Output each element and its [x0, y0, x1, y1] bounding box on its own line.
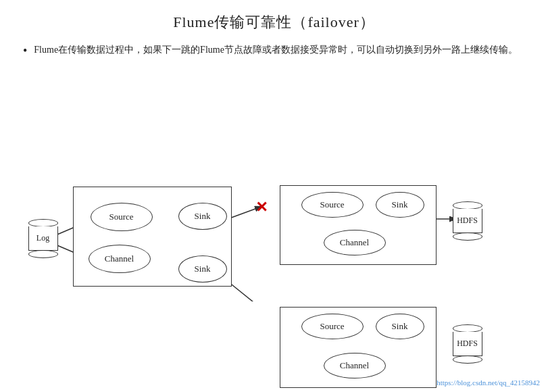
source2-node: Source — [301, 192, 364, 218]
channel3-node: Channel — [324, 353, 386, 378]
description-block: • Flume在传输数据过程中，如果下一跳的Flume节点故障或者数据接受异常时… — [16, 42, 532, 59]
hdfs2-label: HDFS — [453, 332, 482, 356]
log-label: Log — [28, 226, 58, 251]
hdfs2-cylinder-bottom — [453, 356, 482, 364]
source3-node: Source — [301, 314, 364, 339]
sink3-node: Sink — [376, 192, 424, 218]
watermark: https://blog.csdn.net/qq_42158942 — [437, 378, 540, 387]
diagram-area: Log Source Channel Sink Sink ✕ Source — [18, 72, 531, 301]
channel2-node: Channel — [324, 230, 386, 255]
sink1-node: Sink — [178, 203, 227, 230]
hdfs1-label: HDFS — [453, 209, 482, 233]
hdfs1-cylinder: HDFS — [453, 201, 482, 241]
sink4-node: Sink — [376, 314, 424, 339]
channel1-node: Channel — [89, 245, 151, 273]
cylinder-bottom — [28, 250, 58, 258]
hdfs2-cylinder: HDFS — [453, 324, 482, 364]
x-mark: ✕ — [255, 199, 268, 216]
source1-node: Source — [91, 203, 153, 231]
page-container: Flume传输可靠性（failover） • Flume在传输数据过程中，如果下… — [0, 0, 548, 392]
description-text: Flume在传输数据过程中，如果下一跳的Flume节点故障或者数据接受异常时，可… — [34, 42, 518, 58]
sink2-node: Sink — [178, 255, 227, 283]
log-cylinder: Log — [28, 219, 58, 258]
hdfs1-cylinder-bottom — [453, 232, 482, 241]
bullet-point: • — [23, 43, 27, 59]
page-title: Flume传输可靠性（failover） — [16, 12, 532, 32]
